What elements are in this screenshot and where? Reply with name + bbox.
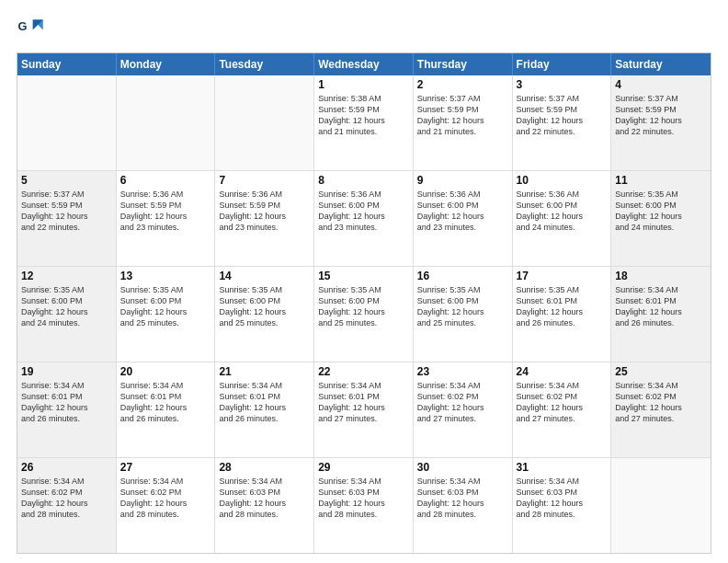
day-info: Sunrise: 5:36 AM Sunset: 6:00 PM Dayligh… [517,189,608,234]
calendar-cell-day-29: 29Sunrise: 5:34 AM Sunset: 6:03 PM Dayli… [314,458,414,553]
day-info: Sunrise: 5:34 AM Sunset: 6:03 PM Dayligh… [417,476,508,521]
calendar-cell-day-24: 24Sunrise: 5:34 AM Sunset: 6:02 PM Dayli… [513,362,612,457]
day-info: Sunrise: 5:34 AM Sunset: 6:01 PM Dayligh… [21,380,112,425]
day-number: 26 [21,461,112,474]
calendar-cell-empty [117,75,216,170]
calendar-cell-day-28: 28Sunrise: 5:34 AM Sunset: 6:03 PM Dayli… [215,458,314,553]
calendar-cell-day-23: 23Sunrise: 5:34 AM Sunset: 6:02 PM Dayli… [414,362,513,457]
calendar-week-5: 26Sunrise: 5:34 AM Sunset: 6:02 PM Dayli… [17,457,711,553]
day-number: 5 [21,174,112,187]
day-info: Sunrise: 5:34 AM Sunset: 6:02 PM Dayligh… [615,380,707,425]
calendar-page: G SundayMondayTuesdayWednesdayThursdayFr… [0,0,728,563]
day-info: Sunrise: 5:37 AM Sunset: 5:59 PM Dayligh… [417,93,508,138]
calendar-cell-day-13: 13Sunrise: 5:35 AM Sunset: 6:00 PM Dayli… [117,267,216,362]
day-number: 18 [615,270,707,282]
day-info: Sunrise: 5:34 AM Sunset: 6:02 PM Dayligh… [120,476,211,521]
calendar-cell-day-27: 27Sunrise: 5:34 AM Sunset: 6:02 PM Dayli… [117,458,216,553]
day-number: 27 [120,461,211,474]
calendar-week-1: 1Sunrise: 5:38 AM Sunset: 5:59 PM Daylig… [17,75,711,170]
calendar-cell-day-4: 4Sunrise: 5:37 AM Sunset: 5:59 PM Daylig… [611,75,711,170]
calendar-cell-day-2: 2Sunrise: 5:37 AM Sunset: 5:59 PM Daylig… [414,75,513,170]
day-info: Sunrise: 5:34 AM Sunset: 6:03 PM Dayligh… [318,476,409,521]
day-info: Sunrise: 5:34 AM Sunset: 6:01 PM Dayligh… [615,284,707,329]
day-number: 8 [318,174,409,187]
calendar-cell-empty [215,75,314,170]
day-number: 7 [219,174,310,187]
day-number: 17 [517,270,608,282]
calendar-cell-day-16: 16Sunrise: 5:35 AM Sunset: 6:00 PM Dayli… [414,267,513,362]
calendar-cell-day-22: 22Sunrise: 5:34 AM Sunset: 6:01 PM Dayli… [314,362,414,457]
calendar-week-4: 19Sunrise: 5:34 AM Sunset: 6:01 PM Dayli… [17,362,711,457]
day-info: Sunrise: 5:35 AM Sunset: 6:00 PM Dayligh… [318,284,409,329]
day-number: 3 [517,78,608,91]
day-info: Sunrise: 5:34 AM Sunset: 6:02 PM Dayligh… [21,476,112,521]
day-info: Sunrise: 5:34 AM Sunset: 6:02 PM Dayligh… [517,380,608,425]
calendar-cell-day-5: 5Sunrise: 5:37 AM Sunset: 5:59 PM Daylig… [17,171,117,266]
logo-icon: G [17,14,46,43]
calendar-cell-empty [611,458,711,553]
calendar-cell-empty [17,75,117,170]
day-info: Sunrise: 5:37 AM Sunset: 5:59 PM Dayligh… [21,189,112,234]
calendar-week-3: 12Sunrise: 5:35 AM Sunset: 6:00 PM Dayli… [17,266,711,362]
calendar-cell-day-14: 14Sunrise: 5:35 AM Sunset: 6:00 PM Dayli… [215,267,314,362]
day-info: Sunrise: 5:34 AM Sunset: 6:01 PM Dayligh… [318,380,409,425]
day-number: 20 [120,365,211,378]
day-info: Sunrise: 5:35 AM Sunset: 6:00 PM Dayligh… [219,284,310,329]
calendar-cell-day-31: 31Sunrise: 5:34 AM Sunset: 6:03 PM Dayli… [513,458,612,553]
calendar-cell-day-9: 9Sunrise: 5:36 AM Sunset: 6:00 PM Daylig… [414,171,513,266]
calendar-cell-day-26: 26Sunrise: 5:34 AM Sunset: 6:02 PM Dayli… [17,458,117,553]
day-info: Sunrise: 5:34 AM Sunset: 6:03 PM Dayligh… [219,476,310,521]
day-number: 13 [120,270,211,282]
day-info: Sunrise: 5:35 AM Sunset: 6:00 PM Dayligh… [417,284,508,329]
day-info: Sunrise: 5:34 AM Sunset: 6:01 PM Dayligh… [120,380,211,425]
day-number: 23 [417,365,508,378]
day-info: Sunrise: 5:37 AM Sunset: 5:59 PM Dayligh… [517,93,608,138]
day-info: Sunrise: 5:36 AM Sunset: 6:00 PM Dayligh… [318,189,409,234]
calendar-cell-day-21: 21Sunrise: 5:34 AM Sunset: 6:01 PM Dayli… [215,362,314,457]
day-number: 14 [219,270,310,282]
calendar-cell-day-20: 20Sunrise: 5:34 AM Sunset: 6:01 PM Dayli… [117,362,216,457]
calendar-header-row: SundayMondayTuesdayWednesdayThursdayFrid… [17,53,711,75]
day-number: 31 [517,461,608,474]
header-day-wednesday: Wednesday [314,53,414,75]
calendar-cell-day-7: 7Sunrise: 5:36 AM Sunset: 5:59 PM Daylig… [215,171,314,266]
calendar-week-2: 5Sunrise: 5:37 AM Sunset: 5:59 PM Daylig… [17,170,711,266]
calendar-cell-day-17: 17Sunrise: 5:35 AM Sunset: 6:01 PM Dayli… [513,267,612,362]
day-info: Sunrise: 5:34 AM Sunset: 6:03 PM Dayligh… [517,476,608,521]
day-number: 15 [318,270,409,282]
day-number: 22 [318,365,409,378]
day-number: 10 [517,174,608,187]
day-info: Sunrise: 5:35 AM Sunset: 6:00 PM Dayligh… [21,284,112,329]
day-number: 28 [219,461,310,474]
day-number: 12 [21,270,112,282]
calendar-cell-day-19: 19Sunrise: 5:34 AM Sunset: 6:01 PM Dayli… [17,362,117,457]
calendar-cell-day-10: 10Sunrise: 5:36 AM Sunset: 6:00 PM Dayli… [513,171,612,266]
day-number: 25 [615,365,707,378]
day-number: 24 [517,365,608,378]
day-number: 19 [21,365,112,378]
day-info: Sunrise: 5:36 AM Sunset: 5:59 PM Dayligh… [219,189,310,234]
calendar-cell-day-11: 11Sunrise: 5:35 AM Sunset: 6:00 PM Dayli… [611,171,711,266]
calendar-cell-day-6: 6Sunrise: 5:36 AM Sunset: 5:59 PM Daylig… [117,171,216,266]
day-number: 6 [120,174,211,187]
calendar-cell-day-1: 1Sunrise: 5:38 AM Sunset: 5:59 PM Daylig… [314,75,414,170]
day-number: 9 [417,174,508,187]
day-number: 11 [615,174,707,187]
day-number: 4 [615,78,707,91]
day-info: Sunrise: 5:37 AM Sunset: 5:59 PM Dayligh… [615,93,707,138]
calendar-cell-day-18: 18Sunrise: 5:34 AM Sunset: 6:01 PM Dayli… [611,267,711,362]
page-header: G [17,14,711,43]
header-day-friday: Friday [513,53,612,75]
day-info: Sunrise: 5:35 AM Sunset: 6:00 PM Dayligh… [615,189,707,234]
day-info: Sunrise: 5:38 AM Sunset: 5:59 PM Dayligh… [318,93,409,138]
calendar-cell-day-12: 12Sunrise: 5:35 AM Sunset: 6:00 PM Dayli… [17,267,117,362]
logo: G [17,14,50,43]
day-info: Sunrise: 5:35 AM Sunset: 6:01 PM Dayligh… [517,284,608,329]
calendar-cell-day-30: 30Sunrise: 5:34 AM Sunset: 6:03 PM Dayli… [414,458,513,553]
day-number: 1 [318,78,409,91]
day-info: Sunrise: 5:36 AM Sunset: 6:00 PM Dayligh… [417,189,508,234]
calendar-body: 1Sunrise: 5:38 AM Sunset: 5:59 PM Daylig… [17,75,711,553]
day-number: 30 [417,461,508,474]
day-number: 21 [219,365,310,378]
calendar-cell-day-15: 15Sunrise: 5:35 AM Sunset: 6:00 PM Dayli… [314,267,414,362]
